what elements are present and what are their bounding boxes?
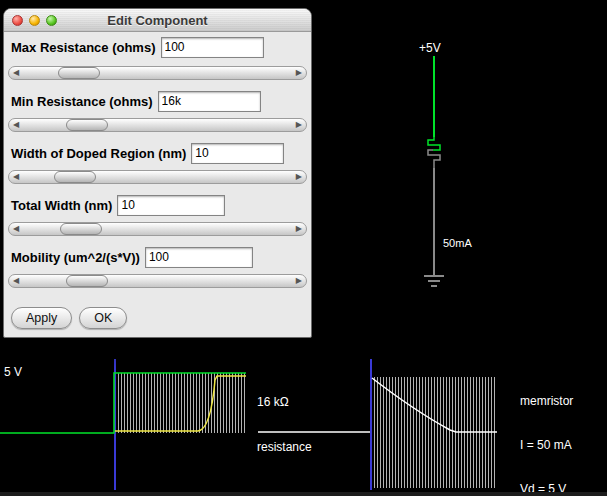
resistance-name-label: resistance bbox=[257, 440, 312, 455]
slider-total-width[interactable]: ◀ ▶ bbox=[8, 222, 307, 236]
slider-track[interactable] bbox=[8, 66, 307, 80]
slider-right-arrow-icon[interactable]: ▶ bbox=[296, 276, 302, 286]
slider-thumb[interactable] bbox=[66, 275, 108, 287]
slider-right-arrow-icon[interactable]: ▶ bbox=[296, 68, 302, 78]
resistance-trace-decay bbox=[372, 378, 497, 432]
slider-min-resistance[interactable]: ◀ ▶ bbox=[8, 118, 307, 132]
max-resistance-label: Max Resistance (ohms) bbox=[11, 40, 156, 55]
slider-left-arrow-icon[interactable]: ◀ bbox=[13, 120, 19, 130]
field-row-doped-width: Width of Doped Region (nm) bbox=[11, 142, 284, 164]
info-current: I = 50 mA bbox=[520, 437, 586, 453]
edit-component-dialog: Edit Component Max Resistance (ohms) ◀ ▶… bbox=[3, 8, 312, 338]
slider-right-arrow-icon[interactable]: ▶ bbox=[296, 120, 302, 130]
slider-track[interactable] bbox=[8, 274, 307, 288]
field-row-max-resistance: Max Resistance (ohms) bbox=[11, 36, 264, 58]
slider-mobility[interactable]: ◀ ▶ bbox=[8, 274, 307, 288]
slider-right-arrow-icon[interactable]: ▶ bbox=[296, 224, 302, 234]
slider-left-arrow-icon[interactable]: ◀ bbox=[13, 276, 19, 286]
slider-left-arrow-icon[interactable]: ◀ bbox=[13, 172, 19, 182]
slider-thumb[interactable] bbox=[60, 223, 102, 235]
min-resistance-input[interactable] bbox=[158, 91, 261, 112]
info-component-name: memristor bbox=[520, 393, 586, 409]
slider-thumb[interactable] bbox=[66, 119, 108, 131]
memristor-symbol-doped[interactable] bbox=[428, 137, 440, 150]
supply-voltage-label: +5V bbox=[419, 41, 441, 55]
mobility-label: Mobility (um^2/(s*V)) bbox=[11, 250, 140, 265]
doped-width-input[interactable] bbox=[191, 143, 284, 164]
slider-left-arrow-icon[interactable]: ◀ bbox=[13, 224, 19, 234]
branch-current-label: 50mA bbox=[443, 237, 472, 249]
scope-voltage-label: 5 V bbox=[4, 365, 22, 379]
window-bottom-edge bbox=[0, 492, 607, 496]
total-width-input[interactable] bbox=[117, 195, 225, 216]
total-width-label: Total Width (nm) bbox=[11, 198, 112, 213]
slider-doped-width[interactable]: ◀ ▶ bbox=[8, 170, 307, 184]
voltage-trace bbox=[0, 373, 246, 433]
slider-left-arrow-icon[interactable]: ◀ bbox=[13, 68, 19, 78]
field-row-min-resistance: Min Resistance (ohms) bbox=[11, 90, 261, 112]
slider-track[interactable] bbox=[8, 118, 307, 132]
slider-right-arrow-icon[interactable]: ▶ bbox=[296, 172, 302, 182]
mobility-input[interactable] bbox=[145, 247, 253, 268]
slider-thumb[interactable] bbox=[54, 171, 96, 183]
dialog-title: Edit Component bbox=[4, 13, 311, 28]
slider-track[interactable] bbox=[8, 170, 307, 184]
scope-resistance-label: 16 kΩ resistance bbox=[257, 365, 312, 470]
max-resistance-input[interactable] bbox=[161, 37, 264, 58]
slider-track[interactable] bbox=[8, 222, 307, 236]
field-row-total-width: Total Width (nm) bbox=[11, 194, 225, 216]
memristor-symbol-undoped[interactable] bbox=[428, 150, 440, 168]
ground-icon[interactable] bbox=[424, 276, 444, 286]
dialog-button-row: Apply OK bbox=[11, 307, 127, 329]
resistance-value-label: 16 kΩ bbox=[257, 395, 312, 410]
component-info-panel: memristor I = 50 mA Vd = 5 V R = 100 Ω P… bbox=[520, 365, 586, 496]
dialog-titlebar[interactable]: Edit Component bbox=[4, 9, 311, 32]
current-trace bbox=[115, 376, 246, 431]
doped-width-label: Width of Doped Region (nm) bbox=[11, 146, 186, 161]
field-row-mobility: Mobility (um^2/(s*V)) bbox=[11, 246, 253, 268]
min-resistance-label: Min Resistance (ohms) bbox=[11, 94, 153, 109]
ok-button[interactable]: OK bbox=[79, 307, 127, 329]
apply-button[interactable]: Apply bbox=[11, 307, 72, 329]
slider-max-resistance[interactable]: ◀ ▶ bbox=[8, 66, 307, 80]
slider-thumb[interactable] bbox=[58, 67, 100, 79]
